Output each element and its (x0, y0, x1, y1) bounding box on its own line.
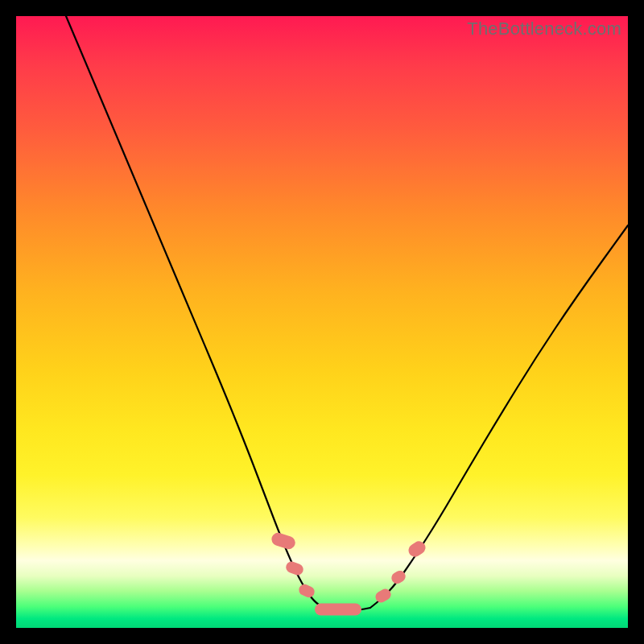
chart-svg (16, 16, 628, 628)
marker-group (270, 531, 427, 616)
marker-point (297, 582, 316, 599)
marker-point (270, 531, 296, 551)
marker-point (284, 560, 304, 577)
curve-left (66, 16, 324, 608)
chart-frame: TheBottleneck.com (16, 16, 628, 628)
curve-group (66, 16, 628, 611)
marker-point (315, 604, 361, 616)
